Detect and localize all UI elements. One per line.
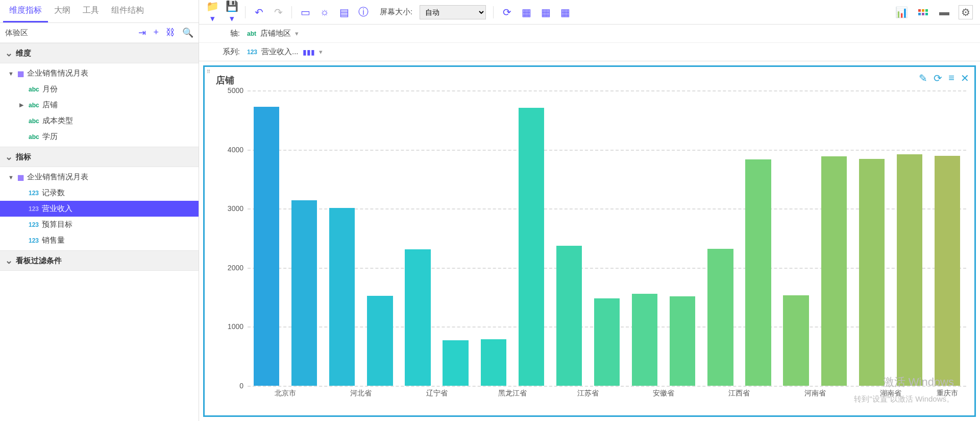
bar-slot (437, 90, 475, 386)
link-icon[interactable]: ⛓ (166, 27, 175, 38)
menu-icon[interactable]: ≡ (948, 72, 954, 84)
bar[interactable] (291, 200, 317, 386)
bar-slot (626, 90, 664, 386)
bar[interactable] (745, 159, 771, 386)
axis-config-row: 轴: abt 店铺地区 ▾ (199, 25, 980, 42)
settings-icon[interactable]: ⚙ (959, 5, 973, 19)
bar[interactable] (821, 156, 847, 386)
metric-section[interactable]: 指标 (0, 147, 199, 167)
bar[interactable] (670, 296, 695, 386)
y-tick: 2000 (228, 264, 243, 272)
series-config-row: 系列: 123 营业收入... ▮▮▮ ▾ (199, 42, 980, 61)
x-label: 河南省 (777, 386, 852, 401)
refresh-icon[interactable]: ⟳ (501, 6, 513, 18)
series-field-name: 营业收入... (261, 47, 299, 57)
bar[interactable] (632, 294, 657, 386)
dim-field-education[interactable]: abc学历 (0, 129, 199, 145)
metric-field-count[interactable]: 123记录数 (0, 185, 199, 201)
bar[interactable] (594, 298, 620, 386)
chart-type-icon[interactable]: 📊 (894, 5, 909, 19)
x-label: 江西省 (701, 386, 777, 401)
save-icon[interactable]: 💾▾ (226, 0, 238, 24)
tab-dimension-metric[interactable]: 维度指标 (3, 0, 48, 22)
watermark: 激活 Windows (883, 375, 954, 390)
refresh-chart-icon[interactable]: ⟳ (934, 72, 942, 84)
screen-size-select[interactable]: 自动 (420, 5, 486, 19)
dropdown-icon[interactable]: ▾ (319, 48, 323, 56)
import-icon[interactable]: ⇥ (138, 27, 146, 38)
expand-icon: ▼ (8, 174, 14, 180)
dim-field-cost-type[interactable]: abc成本类型 (0, 113, 199, 129)
metric-field-budget[interactable]: 123预算目标 (0, 217, 199, 232)
bar[interactable] (367, 296, 393, 386)
bar-slot (588, 90, 626, 386)
bar[interactable] (443, 340, 468, 386)
data-icon-2[interactable]: ▦ (540, 6, 552, 18)
add-icon[interactable]: + (153, 27, 159, 38)
dim-field-store[interactable]: ▶abc店铺 (0, 97, 199, 113)
color-grid-icon[interactable] (916, 5, 930, 19)
y-tick: 1000 (228, 322, 243, 331)
undo-icon[interactable]: ↶ (253, 6, 265, 18)
bar[interactable] (329, 208, 355, 386)
dim-table-node[interactable]: ▼ ▦ 企业销售情况月表 (0, 65, 199, 81)
dim-table-label: 企业销售情况月表 (27, 68, 88, 78)
bar[interactable] (481, 339, 506, 386)
sidebar: 维度指标 大纲 工具 组件结构 体验区 ⇥ + ⛓ 🔍 维度 ▼ ▦ 企业销售情… (0, 0, 199, 421)
bar[interactable] (405, 249, 430, 386)
edit-icon[interactable]: ✎ (919, 72, 927, 84)
y-tick: 5000 (228, 86, 243, 95)
bar-slot (399, 90, 436, 386)
dimension-section[interactable]: 维度 (0, 43, 199, 63)
y-tick: 0 (239, 382, 243, 390)
bar[interactable] (897, 154, 922, 386)
table-icon: ▦ (17, 69, 24, 78)
chart-config: 轴: abt 店铺地区 ▾ 系列: 123 营业收入... ▮▮▮ ▾ (199, 25, 980, 61)
tab-outline[interactable]: 大纲 (48, 0, 77, 22)
chart-panel[interactable]: ⠿ 店铺 ✎ ⟳ ≡ ✕ 010002000300040005000 北京市河北… (203, 65, 976, 417)
bar-slot (664, 90, 701, 386)
number-type-icon: 123 (247, 49, 257, 56)
redo-icon[interactable]: ↷ (272, 6, 284, 18)
new-icon[interactable]: 📁▾ (206, 0, 218, 24)
bar[interactable] (935, 156, 960, 386)
series-field[interactable]: 123 营业收入... ▮▮▮ ▾ (247, 47, 323, 57)
tab-tools[interactable]: 工具 (77, 0, 105, 22)
info-icon[interactable]: ⓘ (357, 5, 370, 19)
axis-field[interactable]: abt 店铺地区 ▾ (247, 29, 299, 38)
x-label: 河北省 (323, 386, 399, 401)
chevron-down-icon (5, 151, 13, 162)
x-label: 北京市 (248, 386, 323, 401)
bar[interactable] (783, 295, 808, 386)
light-icon[interactable]: ☼ (318, 6, 331, 18)
bar-slot (248, 90, 285, 386)
bar[interactable] (254, 107, 279, 386)
metric-field-sales[interactable]: 123销售量 (0, 232, 199, 248)
expand-icon: ▶ (19, 102, 26, 108)
data-icon-3[interactable]: ▦ (559, 6, 571, 18)
bar[interactable] (519, 108, 544, 386)
preview-icon[interactable]: ▭ (299, 6, 311, 18)
tab-component-structure[interactable]: 组件结构 (105, 0, 150, 22)
drag-handle-icon[interactable]: ⠿ (207, 69, 209, 75)
bar-slot (815, 90, 853, 386)
chart-plot: 010002000300040005000 北京市河北省辽宁省黑龙江省江苏省安徽… (219, 90, 966, 401)
bar[interactable] (707, 249, 733, 386)
search-icon[interactable]: 🔍 (182, 27, 193, 38)
metric-field-revenue[interactable]: 123营业收入 (0, 201, 199, 217)
bar-slot (475, 90, 512, 386)
chart-title: 店铺 (216, 74, 234, 86)
dim-field-month[interactable]: abc月份 (0, 81, 199, 97)
data-icon-1[interactable]: ▦ (520, 6, 532, 18)
close-icon[interactable]: ✕ (961, 72, 969, 84)
chart-tools: ✎ ⟳ ≡ ✕ (919, 72, 969, 84)
bar[interactable] (556, 246, 582, 386)
bar[interactable] (859, 159, 885, 386)
metric-label: 指标 (16, 152, 31, 162)
layout-icon[interactable]: ▬ (937, 5, 951, 19)
dropdown-icon[interactable]: ▾ (295, 30, 299, 37)
form-icon[interactable]: ▤ (338, 6, 350, 18)
bar-slot (739, 90, 777, 386)
metric-table-node[interactable]: ▼ ▦ 企业销售情况月表 (0, 169, 199, 185)
filter-section[interactable]: 看板过滤条件 (0, 250, 199, 271)
